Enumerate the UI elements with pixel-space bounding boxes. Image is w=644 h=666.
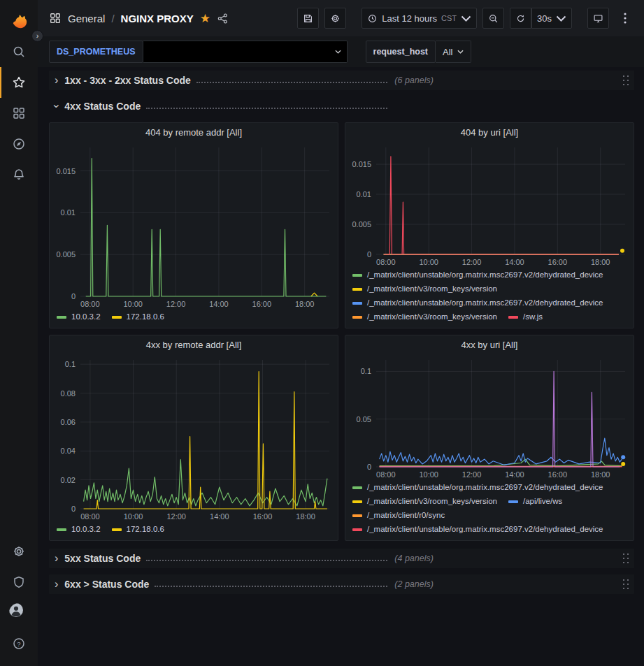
panel-title[interactable]: 404 by uri [All] (345, 123, 634, 142)
row-drag-handle[interactable] (622, 578, 630, 591)
svg-text:10:00: 10:00 (123, 300, 143, 308)
panel-title[interactable]: 4xx by remote addr [All] (50, 335, 338, 354)
row-panel-count: (2 panels) (394, 579, 434, 589)
svg-text:08:00: 08:00 (80, 512, 100, 521)
svg-text:12:00: 12:00 (166, 300, 186, 308)
sidebar-item-server-admin[interactable] (0, 567, 38, 598)
main-area: General / NGINX PROXY ★ (38, 0, 644, 666)
sidebar-item-alerting[interactable] (0, 159, 38, 190)
sidebar-item-configuration[interactable] (0, 536, 38, 567)
sidebar-item-explore[interactable] (0, 129, 38, 159)
more-options-button[interactable] (615, 8, 636, 29)
legend-series-color (352, 514, 362, 517)
svg-text:12:00: 12:00 (462, 258, 482, 266)
legend-item[interactable]: /_matrix/client/v3/room_keys/version (352, 496, 497, 507)
legend-item[interactable]: /sw.js (508, 312, 543, 322)
svg-text:0.08: 0.08 (61, 389, 76, 398)
legend-item[interactable]: /_matrix/client/r0/sync (352, 510, 445, 521)
sidebar-item-dashboards[interactable] (0, 98, 38, 129)
time-series-chart[interactable]: 00.020.040.060.080.108:0010:0012:0014:00… (50, 354, 338, 523)
legend-item[interactable]: 10.0.3.2 (57, 524, 101, 535)
dashboards-icon (12, 106, 26, 120)
legend-series-color (352, 486, 362, 489)
request-host-variable-label[interactable]: request_host (366, 41, 436, 63)
variables-bar: DS_PROMETHEUS request_host All (38, 36, 644, 67)
row-panel-count: (4 panels) (394, 553, 434, 563)
legend-item[interactable]: 172.18.0.6 (112, 524, 164, 535)
row-dots (146, 560, 387, 561)
panel-title[interactable]: 404 by remote addr [All] (50, 123, 338, 142)
favorite-star-icon[interactable]: ★ (200, 13, 210, 24)
row-left: 5xx Status Code (64, 553, 393, 564)
dashboard-scroll-area: › 1xx - 3xx - 2xx Status Code (6 panels)… (38, 67, 644, 666)
save-dashboard-button[interactable] (297, 8, 319, 29)
row-6xx[interactable]: › 6xx > Status Code (2 panels) (49, 574, 634, 594)
chevron-right-icon: › (55, 75, 58, 86)
time-range-label: Last 12 hours (382, 13, 437, 24)
svg-text:0.01: 0.01 (357, 190, 371, 198)
legend-item[interactable]: /api/live/ws (508, 496, 562, 507)
row-1xx-3xx-2xx[interactable]: › 1xx - 3xx - 2xx Status Code (6 panels) (49, 71, 634, 90)
row-drag-handle[interactable] (622, 552, 630, 565)
monitor-icon (593, 13, 603, 24)
chevron-down-icon (457, 50, 464, 54)
dashboard-settings-button[interactable] (324, 8, 346, 29)
svg-text:0.005: 0.005 (352, 220, 371, 229)
legend-item[interactable]: 10.0.3.2 (57, 312, 101, 322)
svg-text:10:00: 10:00 (419, 470, 438, 479)
chevron-down-icon: › (51, 104, 62, 108)
legend-series-color (352, 316, 362, 319)
sidebar-item-help[interactable]: ? (0, 628, 38, 659)
sidebar-expand-button[interactable]: › (31, 30, 43, 42)
svg-text:08:00: 08:00 (80, 300, 100, 308)
legend-item[interactable]: /_matrix/client/unstable/org.matrix.msc2… (352, 270, 603, 280)
row-4xx[interactable]: › 4xx Status Code (49, 96, 634, 116)
tv-mode-button[interactable] (587, 8, 609, 29)
clock-icon (367, 13, 378, 24)
bell-icon (12, 168, 26, 182)
legend-item[interactable]: /_matrix/client/v3/room_keys/version (352, 312, 497, 322)
refresh-interval-picker[interactable]: 30s (531, 8, 572, 29)
sidebar-item-profile[interactable] (0, 598, 38, 628)
time-series-chart[interactable]: 00.0050.010.01508:0010:0012:0014:0016:00… (50, 142, 338, 310)
svg-text:16:00: 16:00 (253, 512, 273, 521)
svg-text:12:00: 12:00 (462, 470, 482, 479)
svg-text:0.1: 0.1 (361, 367, 371, 375)
svg-text:0: 0 (71, 505, 76, 513)
datasource-variable-label[interactable]: DS_PROMETHEUS (49, 41, 143, 63)
refresh-icon (515, 13, 526, 24)
share-button[interactable] (217, 13, 229, 24)
row-5xx[interactable]: › 5xx Status Code (4 panels) (49, 549, 634, 568)
dashboard-title[interactable]: NGINX PROXY (121, 13, 194, 24)
legend-series-color (352, 500, 362, 503)
legend-item[interactable]: /_matrix/client/unstable/org.matrix.msc2… (352, 482, 603, 493)
time-series-chart[interactable]: 00.050.108:0010:0012:0014:0016:0018:00 (345, 354, 634, 481)
panel-legend: 10.0.3.2172.18.0.6 (50, 310, 338, 328)
legend-series-color (352, 274, 362, 277)
legend-item[interactable]: /_matrix/client/v3/room_keys/version (352, 284, 497, 294)
legend-item[interactable]: 172.18.0.6 (112, 312, 164, 322)
legend-item[interactable]: /_matrix/client/unstable/org.matrix.msc2… (352, 298, 603, 308)
datasource-variable-value-dropdown[interactable] (143, 41, 348, 63)
time-series-chart[interactable]: 00.0050.010.01508:0010:0012:0014:0016:00… (345, 142, 634, 268)
row-drag-handle[interactable] (622, 74, 630, 87)
sidebar-item-search[interactable] (0, 36, 38, 67)
legend-item[interactable]: /_matrix/client/unstable/org.matrix.msc2… (352, 524, 603, 535)
chart-svg: 00.0050.010.01508:0010:0012:0014:0016:00… (345, 142, 634, 268)
dashboard-toolbar: Last 12 hours CST 30s (297, 8, 636, 29)
legend-series-color (112, 316, 122, 319)
top-nav: General / NGINX PROXY ★ (38, 0, 644, 36)
refresh-interval-label: 30s (537, 13, 552, 24)
svg-text:16:00: 16:00 (548, 258, 568, 266)
panel-title[interactable]: 4xx by uri [All] (345, 335, 634, 354)
chevron-right-icon: › (55, 579, 58, 590)
svg-text:16:00: 16:00 (548, 470, 568, 479)
request-host-variable-value-dropdown[interactable]: All (436, 41, 471, 63)
sidebar-item-starred[interactable] (0, 67, 38, 98)
breadcrumb-section[interactable]: General (68, 13, 105, 24)
row-dots (146, 108, 387, 109)
panel-legend: 10.0.3.2172.18.0.6 (50, 523, 338, 540)
time-range-picker[interactable]: Last 12 hours CST (362, 8, 477, 29)
zoom-out-button[interactable] (482, 8, 504, 29)
refresh-button[interactable] (510, 8, 531, 29)
